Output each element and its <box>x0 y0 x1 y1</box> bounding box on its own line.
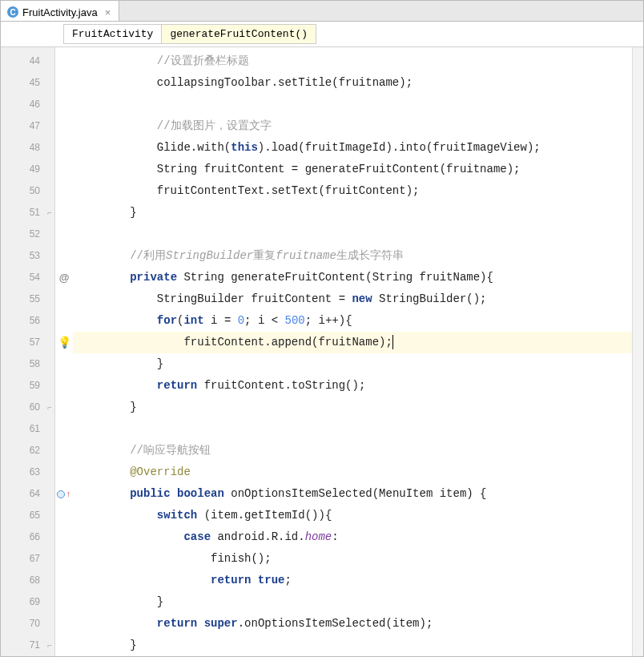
code-area[interactable]: //设置折叠栏标题 collapsingToolbar.setTitle(fru… <box>73 47 632 657</box>
tab-bar: C FruitActivity.java × <box>1 1 643 22</box>
code-line[interactable]: //利用StringBuilder重复fruitname生成长字符串 <box>73 245 632 267</box>
code-line[interactable]: } <box>73 635 632 656</box>
code-editor[interactable]: 4445464748495051⌐525354555657585960⌐6162… <box>1 47 643 657</box>
breadcrumb-method[interactable]: generateFruitContent() <box>161 24 316 44</box>
code-line[interactable]: } <box>73 202 632 224</box>
override-annotation-icon: @ <box>59 272 70 284</box>
code-line[interactable]: return fruitContent.toString(); <box>73 375 632 397</box>
code-line[interactable]: //加载图片，设置文字 <box>73 115 632 137</box>
code-line[interactable]: return true; <box>73 570 632 591</box>
breadcrumb-class[interactable]: FruitActivity <box>63 24 162 44</box>
code-line[interactable]: //设置折叠栏标题 <box>73 50 632 72</box>
tab-filename: FruitActivity.java <box>22 6 98 18</box>
code-line[interactable]: for(int i = 0; i < 500; i++){ <box>73 310 632 332</box>
close-icon[interactable]: × <box>105 6 111 18</box>
code-line[interactable]: } <box>73 353 632 375</box>
lightbulb-icon[interactable]: 💡 <box>58 336 71 349</box>
code-line[interactable]: switch (item.getItemId()){ <box>73 505 632 526</box>
fold-marker-icon[interactable]: ⌐ <box>47 635 52 656</box>
marker-gutter: @💡↑ <box>55 47 73 657</box>
code-line[interactable]: StringBuilder fruitContent = new StringB… <box>73 288 632 310</box>
code-line[interactable]: case android.R.id.home: <box>73 526 632 548</box>
code-line[interactable]: collapsingToolbar.setTitle(fruitname); <box>73 72 632 94</box>
fold-marker-icon[interactable]: ⌐ <box>47 397 52 418</box>
code-line[interactable]: fruitContentText.setText(fruitContent); <box>73 180 632 202</box>
override-method-icon[interactable]: ↑ <box>57 490 71 499</box>
code-line[interactable]: private String generateFruitContent(Stri… <box>73 267 632 288</box>
code-line[interactable]: fruitContent.append(fruitName); <box>73 332 632 353</box>
scrollbar-rail[interactable] <box>632 47 643 657</box>
fold-marker-icon[interactable]: ⌐ <box>47 202 52 224</box>
code-line[interactable]: Glide.with(this).load(fruitImageId).into… <box>73 137 632 159</box>
file-tab[interactable]: C FruitActivity.java × <box>1 1 119 21</box>
code-line[interactable]: @Override <box>73 462 632 483</box>
code-line[interactable]: return super.onOptionsItemSelected(item)… <box>73 613 632 635</box>
code-line[interactable] <box>73 224 632 245</box>
code-line[interactable]: public boolean onOptionsItemSelected(Men… <box>73 483 632 505</box>
code-line[interactable]: finish(); <box>73 548 632 570</box>
code-line[interactable]: } <box>73 397 632 418</box>
line-number-gutter: 4445464748495051⌐525354555657585960⌐6162… <box>1 47 55 657</box>
code-line[interactable]: //响应导航按钮 <box>73 440 632 462</box>
java-class-icon: C <box>7 6 18 18</box>
code-line[interactable] <box>73 418 632 440</box>
code-line[interactable]: } <box>73 591 632 613</box>
code-line[interactable]: String fruitContent = generateFruitConte… <box>73 159 632 180</box>
code-line[interactable] <box>73 94 632 115</box>
breadcrumb: FruitActivity generateFruitContent() <box>1 22 643 47</box>
